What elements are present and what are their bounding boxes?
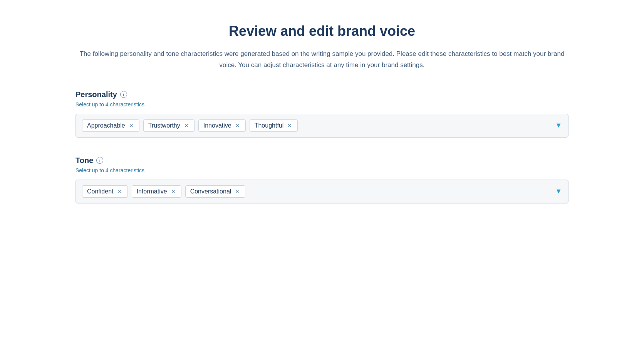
personality-subtitle: Select up to 4 characteristics [75, 101, 569, 108]
tag-innovative-label: Innovative [203, 122, 231, 129]
tag-informative: Informative ✕ [132, 185, 181, 198]
tag-approachable: Approachable ✕ [82, 119, 139, 132]
personality-dropdown-arrow[interactable]: ▼ [555, 121, 562, 129]
tag-innovative: Innovative ✕ [198, 119, 246, 132]
tone-select-container[interactable]: Confident ✕ Informative ✕ Conversational… [75, 180, 569, 203]
tone-subtitle: Select up to 4 characteristics [75, 167, 569, 173]
tag-conversational-label: Conversational [190, 188, 231, 195]
tone-section: Tone i Select up to 4 characteristics Co… [75, 156, 569, 203]
tone-header: Tone i [75, 156, 569, 165]
personality-select-container[interactable]: Approachable ✕ Trustworthy ✕ Innovative … [75, 114, 569, 138]
tag-informative-label: Informative [137, 188, 167, 195]
tag-innovative-remove[interactable]: ✕ [235, 123, 241, 129]
personality-title: Personality [75, 90, 117, 99]
tag-thoughtful-label: Thoughtful [255, 122, 284, 129]
tag-confident-remove[interactable]: ✕ [117, 188, 123, 195]
tag-thoughtful: Thoughtful ✕ [250, 119, 298, 132]
tag-trustworthy-label: Trustworthy [148, 122, 180, 129]
tag-conversational: Conversational ✕ [185, 185, 246, 198]
tone-tags-area: Confident ✕ Informative ✕ Conversational… [82, 185, 550, 198]
personality-tags-area: Approachable ✕ Trustworthy ✕ Innovative … [82, 119, 550, 132]
tag-confident-label: Confident [87, 188, 114, 195]
tone-info-icon[interactable]: i [96, 157, 103, 164]
page-title: Review and edit brand voice [75, 23, 569, 39]
tone-title: Tone [75, 156, 93, 165]
tag-thoughtful-remove[interactable]: ✕ [287, 123, 293, 129]
tag-confident: Confident ✕ [82, 185, 128, 198]
personality-section: Personality i Select up to 4 characteris… [75, 90, 569, 138]
tag-approachable-remove[interactable]: ✕ [128, 123, 134, 129]
page-container: Review and edit brand voice The followin… [52, 23, 592, 222]
tag-informative-remove[interactable]: ✕ [170, 188, 176, 195]
tag-trustworthy-remove[interactable]: ✕ [183, 123, 190, 129]
personality-header: Personality i [75, 90, 569, 99]
tone-dropdown-arrow[interactable]: ▼ [555, 187, 562, 195]
tag-approachable-label: Approachable [87, 122, 125, 129]
personality-info-icon[interactable]: i [120, 91, 127, 98]
tag-conversational-remove[interactable]: ✕ [234, 188, 240, 195]
page-description: The following personality and tone chara… [75, 49, 569, 71]
tag-trustworthy: Trustworthy ✕ [143, 119, 195, 132]
